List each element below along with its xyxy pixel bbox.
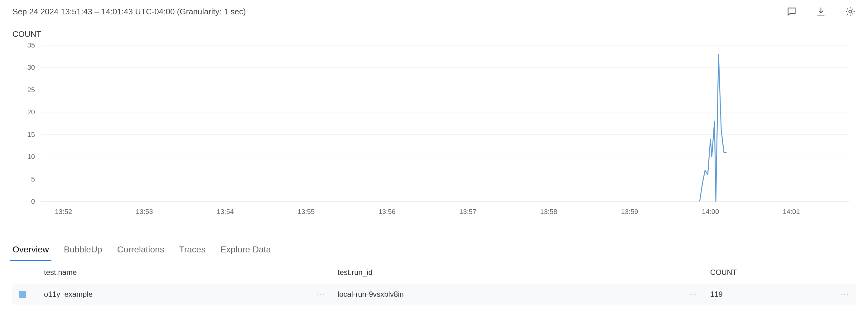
cell-run-id: local-run-9vsxblv8in [332, 284, 679, 305]
col-header-run-id[interactable]: test.run_id [332, 261, 679, 284]
svg-text:13:56: 13:56 [378, 208, 396, 216]
col-header-count[interactable]: COUNT [704, 261, 830, 284]
svg-text:14:00: 14:00 [702, 208, 719, 216]
results-table: test.name test.run_id COUNT o11y_example… [12, 261, 856, 305]
svg-text:20: 20 [27, 108, 35, 116]
more-icon[interactable]: ⋯ [689, 289, 698, 299]
svg-text:25: 25 [27, 86, 35, 94]
tabs: OverviewBubbleUpCorrelationsTracesExplor… [12, 241, 856, 261]
svg-text:13:52: 13:52 [55, 208, 72, 216]
time-range-label: Sep 24 2024 13:51:43 – 14:01:43 UTC-04:0… [12, 7, 246, 17]
svg-text:0: 0 [31, 197, 35, 205]
svg-text:10: 10 [27, 153, 35, 161]
chart-title: COUNT [12, 29, 856, 39]
tab-correlations[interactable]: Correlations [117, 241, 164, 261]
svg-text:13:55: 13:55 [298, 208, 315, 216]
svg-text:13:57: 13:57 [459, 208, 476, 216]
header: Sep 24 2024 13:51:43 – 14:01:43 UTC-04:0… [12, 6, 856, 17]
header-actions [786, 6, 856, 17]
svg-text:13:53: 13:53 [135, 208, 153, 216]
gear-icon[interactable] [845, 6, 856, 17]
svg-point-0 [849, 10, 851, 13]
col-header-test-name[interactable]: test.name [38, 261, 306, 284]
tab-explore-data[interactable]: Explore Data [220, 241, 271, 261]
svg-text:14:01: 14:01 [783, 208, 800, 216]
more-icon[interactable]: ⋯ [316, 289, 325, 299]
download-icon[interactable] [816, 6, 826, 17]
svg-text:13:54: 13:54 [217, 208, 234, 216]
cell-test-name: o11y_example [38, 284, 306, 305]
comment-icon[interactable] [786, 6, 797, 17]
table-row[interactable]: o11y_example⋯local-run-9vsxblv8in⋯119⋯ [12, 284, 856, 305]
svg-text:13:59: 13:59 [621, 208, 638, 216]
tab-bubbleup[interactable]: BubbleUp [64, 241, 102, 261]
svg-text:13:58: 13:58 [540, 208, 557, 216]
svg-text:15: 15 [27, 131, 35, 138]
chart[interactable]: 0510152025303513:5213:5313:5413:5513:561… [12, 42, 856, 225]
cell-count: 119 [704, 284, 830, 305]
svg-text:30: 30 [27, 63, 35, 71]
svg-text:35: 35 [27, 42, 35, 49]
tab-traces[interactable]: Traces [179, 241, 206, 261]
tab-overview[interactable]: Overview [12, 241, 49, 261]
more-icon[interactable]: ⋯ [841, 289, 849, 299]
series-swatch [19, 291, 26, 298]
svg-text:5: 5 [31, 175, 35, 183]
